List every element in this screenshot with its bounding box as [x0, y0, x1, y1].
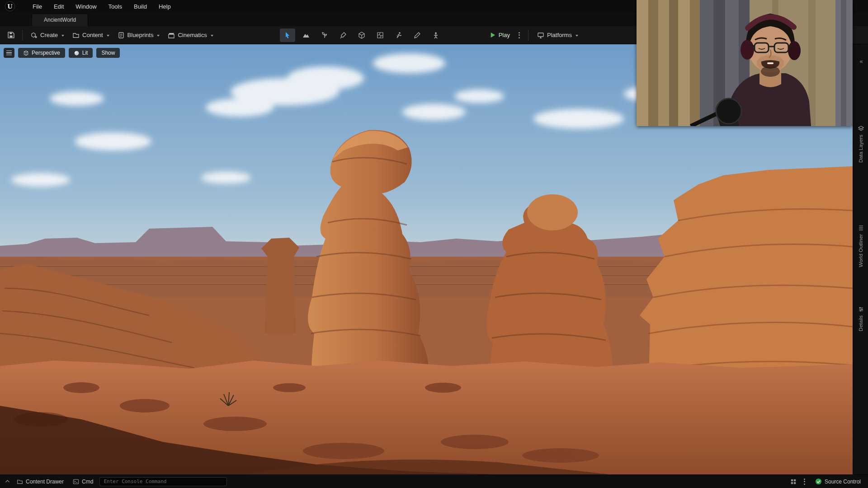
- animation-mode-icon: [395, 32, 402, 39]
- chevron-down-icon: [157, 35, 160, 37]
- save-icon: [7, 31, 15, 39]
- select-mode-icon: [284, 32, 291, 39]
- create-label: Create: [40, 32, 58, 38]
- details-icon: [858, 306, 864, 312]
- menu-tools[interactable]: Tools: [103, 0, 128, 13]
- viewport-toolbar: Perspective Lit Show: [4, 48, 120, 58]
- landscape-mode-icon: [302, 32, 310, 39]
- menu-edit[interactable]: Edit: [48, 0, 70, 13]
- create-icon: [30, 32, 38, 39]
- mesh-paint-mode-icon: [340, 32, 347, 39]
- mode-foliage-button[interactable]: [317, 28, 332, 42]
- content-label: Content: [82, 32, 103, 38]
- chevron-down-icon: [211, 35, 213, 37]
- mode-brush-editing-button[interactable]: [410, 28, 425, 42]
- lit-mode-button[interactable]: Lit: [69, 48, 93, 58]
- lit-icon: [74, 50, 80, 56]
- cmd-button[interactable]: Cmd: [70, 477, 96, 486]
- menu-build[interactable]: Build: [128, 0, 153, 13]
- fracture-mode-icon: [377, 32, 384, 39]
- show-flags-button[interactable]: Show: [96, 48, 120, 58]
- editor-modes-group: [280, 28, 443, 42]
- content-drawer-label: Content Drawer: [26, 479, 64, 485]
- create-button[interactable]: Create: [26, 29, 68, 41]
- chevron-up-icon[interactable]: [5, 479, 10, 484]
- content-drawer-button[interactable]: Content Drawer: [14, 477, 66, 486]
- mode-modeling-button[interactable]: [354, 28, 369, 42]
- console-command-input[interactable]: [99, 477, 227, 486]
- cmd-label: Cmd: [82, 479, 93, 485]
- play-cluster: Play Platforms: [485, 29, 582, 41]
- source-control-button[interactable]: Source Control: [812, 477, 863, 486]
- foliage-mode-icon: [321, 32, 328, 39]
- modeling-mode-icon: [358, 32, 365, 39]
- mode-animation-button[interactable]: [391, 28, 406, 42]
- layout-grid-icon[interactable]: [790, 479, 797, 485]
- blueprints-button[interactable]: Blueprints: [113, 29, 164, 41]
- mode-fracture-button[interactable]: [373, 28, 388, 42]
- content-icon: [72, 32, 80, 39]
- right-panel-tab-strip: « Data Layers World Outliner: [853, 44, 868, 474]
- lit-label: Lit: [82, 50, 88, 56]
- cmd-icon: [73, 479, 79, 485]
- viewport-options-button[interactable]: [4, 48, 14, 58]
- cinematics-label: Cinematics: [178, 32, 207, 38]
- tab-details-label: Details: [858, 315, 863, 331]
- save-button[interactable]: [4, 29, 19, 41]
- unreal-editor-window: U File Edit Window Tools Build Help Anci…: [0, 0, 868, 488]
- chevron-down-icon: [61, 35, 64, 37]
- cinematics-icon: [168, 32, 175, 39]
- cinematics-button[interactable]: Cinematics: [164, 29, 217, 41]
- play-button[interactable]: Play: [485, 29, 514, 41]
- brush-editing-mode-icon: [414, 32, 421, 39]
- platforms-button[interactable]: Platforms: [533, 29, 582, 41]
- webcam-video: [637, 0, 853, 126]
- content-button[interactable]: Content: [68, 29, 113, 41]
- mode-mesh-paint-button[interactable]: [335, 28, 351, 42]
- menu-file[interactable]: File: [27, 0, 48, 13]
- source-control-check-icon: [815, 478, 822, 485]
- blueprints-icon: [118, 32, 125, 39]
- toolbar-separator: [528, 30, 528, 41]
- menu-window[interactable]: Window: [70, 0, 102, 13]
- toolbar-separator: [22, 30, 23, 41]
- platforms-icon: [537, 32, 544, 39]
- play-options-button[interactable]: [515, 29, 524, 41]
- play-label: Play: [499, 32, 510, 38]
- mode-landscape-button[interactable]: [298, 28, 314, 42]
- show-label: Show: [101, 50, 115, 56]
- chevron-down-icon: [107, 35, 109, 37]
- unreal-logo-icon[interactable]: U: [5, 1, 15, 11]
- tab-world-outliner[interactable]: World Outliner: [853, 225, 868, 267]
- status-more-options-button[interactable]: [800, 476, 809, 488]
- collapse-panels-icon[interactable]: «: [853, 58, 868, 65]
- blueprints-label: Blueprints: [127, 32, 154, 38]
- data-layers-icon: [858, 126, 864, 131]
- perspective-icon: [23, 50, 29, 56]
- tab-world-outliner-label: World Outliner: [858, 234, 863, 267]
- tab-details[interactable]: Details: [853, 306, 868, 331]
- menu-help[interactable]: Help: [153, 0, 177, 13]
- perspective-button[interactable]: Perspective: [18, 48, 65, 58]
- mode-control-rig-button[interactable]: [428, 28, 443, 42]
- status-bar: Content Drawer Cmd Source Control: [0, 474, 868, 488]
- level-tab-ancientworld[interactable]: AncientWorld: [32, 14, 88, 26]
- perspective-label: Perspective: [32, 50, 60, 56]
- mode-select-button[interactable]: [280, 28, 295, 42]
- platforms-label: Platforms: [547, 32, 572, 38]
- world-outliner-icon: [858, 225, 864, 231]
- webcam-overlay: [637, 0, 853, 126]
- play-icon: [489, 32, 496, 38]
- tab-data-layers[interactable]: Data Layers: [853, 126, 868, 163]
- source-control-label: Source Control: [825, 479, 861, 485]
- tab-data-layers-label: Data Layers: [858, 135, 863, 163]
- chevron-down-icon: [576, 35, 578, 37]
- content-drawer-icon: [17, 479, 23, 485]
- control-rig-mode-icon: [432, 32, 439, 39]
